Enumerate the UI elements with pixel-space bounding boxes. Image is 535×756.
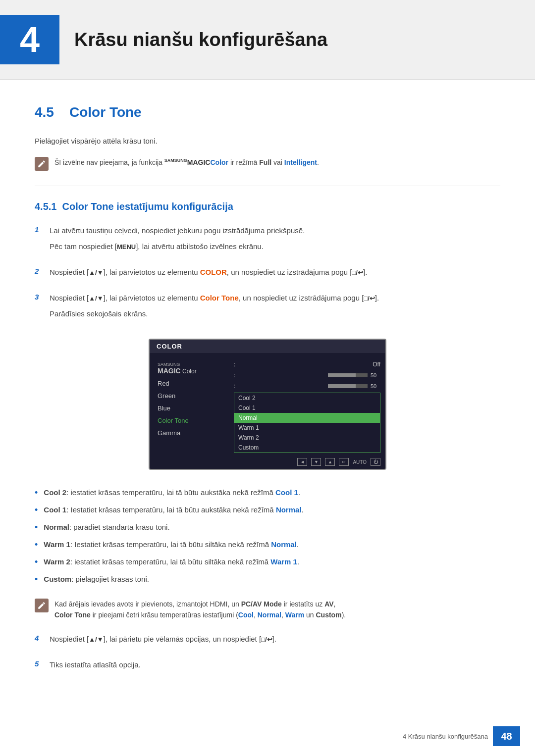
note-icon-2 [35,599,49,612]
subsection-title-451: 4.5.1 Color Tone iestatījumu konfigurāci… [35,201,233,212]
step-2: 2 Nospiediet [▲/▼], lai pārvietotos uz e… [35,266,500,282]
step-number-1: 1 [35,225,50,234]
pencil-svg [37,159,46,168]
bar-value-green: 50 [371,383,380,389]
monitor-bar-fill-red [328,373,356,377]
monitor-item-color-tone: Color Tone [150,414,229,427]
monitor-item-magic: SAMSUNG MAGIC Color [150,359,229,377]
bullet-text-normal: Normal: parādiet standarta krāsu toni. [44,522,169,533]
bullet-dot-cool2: • [35,486,38,500]
monitor-left-menu: SAMSUNG MAGIC Color Red Green Blue Color… [150,357,229,455]
monitor-menu-content: SAMSUNG MAGIC Color Red Green Blue Color… [150,353,385,455]
monitor-menu-bar: COLOR [150,340,385,353]
note-text-2: Kad ārējais ievades avots ir pievienots,… [54,599,346,621]
bottom-icon-auto: AUTO [353,458,367,466]
bullet-item-warm1: • Warm 1: Iestatiet krāsas temperatūru, … [35,539,500,552]
note-icon-1 [35,157,49,171]
samsung-text: SAMSUNG [158,362,197,367]
step-content-3: Nospiediet [▲/▼], lai pārvietotos uz ele… [50,292,500,324]
monitor-label-off: : [234,361,235,368]
step-number-3: 3 [35,292,50,301]
bullet-text-cool1: Cool 1: Iestatiet krāsas temperatūru, la… [44,504,303,516]
step-content-2: Nospiediet [▲/▼], lai pārvietotos uz ele… [50,266,500,282]
bullet-text-cool2: Cool 2: iestatiet krāsas temperatūru, la… [44,487,300,499]
color-text-menu: Color [182,368,197,375]
step-5: 5 Tiks iestatīta atlasītā opcija. [35,659,500,675]
step-4: 4 Nospiediet [▲/▼], lai pārietu pie vēla… [35,633,500,649]
monitor-bar-red [328,373,368,377]
step-number-4: 4 [35,633,50,642]
step-number-2: 2 [35,266,50,275]
bar-container-red: 50 [328,372,380,378]
option-cool2: Cool 2 [234,393,380,403]
chapter-header: 4 Krāsu nianšu konfigurēšana [0,0,535,80]
footer-chapter-text: 4 Krāsu nianšu konfigurēšana [403,733,488,740]
bullet-dot-normal: • [35,521,38,534]
monitor-bar-green [328,384,368,388]
bullet-dot-warm2: • [35,555,38,569]
monitor-right-panel: : Off : 50 [229,357,385,455]
section-heading-45: 4.5 Color Tone [35,104,500,120]
bullet-item-normal: • Normal: parādiet standarta krāsu toni. [35,522,500,534]
section-title-45: Color Tone [69,104,142,120]
bullet-text-custom: Custom: pielāgojiet krāsas toni. [44,574,149,585]
step-number-5: 5 [35,659,50,668]
bottom-icon-up: ▲ [325,458,335,466]
monitor-colon-green: : [234,383,235,390]
bullet-text-warm2: Warm 2: iestatiet krāsas temperatūru, la… [44,556,299,568]
bottom-icon-enter: ↩ [339,458,349,466]
bullet-text-warm1: Warm 1: Iestatiet krāsas temperatūru, la… [44,539,299,551]
chapter-title: Krāsu nianšu konfigurēšana [74,29,327,50]
bullet-item-custom: • Custom: pielāgojiet krāsas toni. [35,574,500,586]
monitor-item-bar-green: : 50 [234,381,380,392]
page-wrapper: 4 Krāsu nianšu konfigurēšana 4.5 Color T… [0,0,535,756]
color-tone-dropdown: Cool 2 Cool 1 Normal Warm 1 Warm 2 Custo… [234,393,380,453]
step-content-5: Tiks iestatīta atlasītā opcija. [50,659,500,675]
note-text-1: Šī izvēlne nav pieejama, ja funkcija SAM… [54,157,319,168]
monitor-value-off: Off [373,361,380,368]
bullet-item-cool1: • Cool 1: Iestatiet krāsas temperatūru, … [35,504,500,517]
bottom-icon-down: ▼ [311,458,321,466]
monitor-item-red: Red [150,377,229,390]
bullet-item-cool2: • Cool 2: iestatiet krāsas temperatūru, … [35,487,500,500]
bar-value-red: 50 [371,372,380,378]
option-warm1: Warm 1 [234,423,380,433]
bottom-icon-left: ◄ [297,458,307,466]
monitor-item-blue: Blue [150,402,229,414]
magic-text: MAGIC [158,367,181,375]
monitor-container: COLOR SAMSUNG MAGIC Color [35,339,500,470]
bullet-list: • Cool 2: iestatiet krāsas temperatūru, … [35,487,500,586]
monitor-item-off: : Off [234,359,380,370]
step-content-1: Lai atvērtu taustiņu ceļvedi, nospiediet… [50,225,500,256]
samsung-magic-label: SAMSUNG MAGIC Color [158,362,221,375]
option-cool1: Cool 1 [234,403,380,413]
footer-page-number: 48 [493,726,520,746]
bullet-dot-cool1: • [35,504,38,517]
monitor-item-bar-red: : 50 [234,370,380,381]
step-1: 1 Lai atvērtu taustiņu ceļvedi, nospiedi… [35,225,500,256]
content-area: 4.5 Color Tone Pielāgojiet vispārējo att… [0,104,535,724]
monitor-item-green: Green [150,390,229,402]
divider-1 [35,186,500,186]
option-custom: Custom [234,443,380,453]
bottom-icon-power: ⏻ [371,458,380,466]
step-3: 3 Nospiediet [▲/▼], lai pārvietotos uz e… [35,292,500,324]
monitor-screen: COLOR SAMSUNG MAGIC Color [149,339,386,470]
option-normal: Normal [234,413,380,423]
subsection-heading-451: 4.5.1 Color Tone iestatījumu konfigurāci… [35,201,500,212]
bullet-dot-warm1: • [35,538,38,552]
note-box-1: Šī izvēlne nav pieejama, ja funkcija SAM… [35,157,500,171]
chapter-number: 4 [0,15,59,64]
step-content-4: Nospiediet [▲/▼], lai pārietu pie vēlamā… [50,633,500,649]
bullet-dot-custom: • [35,573,38,586]
bar-container-green: 50 [328,383,380,389]
monitor-bar-fill-green [328,384,356,388]
monitor-bottom-bar: ◄ ▼ ▲ ↩ AUTO ⏻ [150,455,385,469]
bullet-item-warm2: • Warm 2: iestatiet krāsas temperatūru, … [35,556,500,569]
page-footer: 4 Krāsu nianšu konfigurēšana 48 [0,726,535,746]
monitor-item-gamma: Gamma [150,427,229,439]
pencil-svg-2 [37,601,46,610]
option-warm2: Warm 2 [234,433,380,443]
intro-text: Pielāgojiet vispārējo attēla krāsu toni. [35,135,500,147]
note-box-2: Kad ārējais ievades avots ir pievienots,… [35,599,500,621]
